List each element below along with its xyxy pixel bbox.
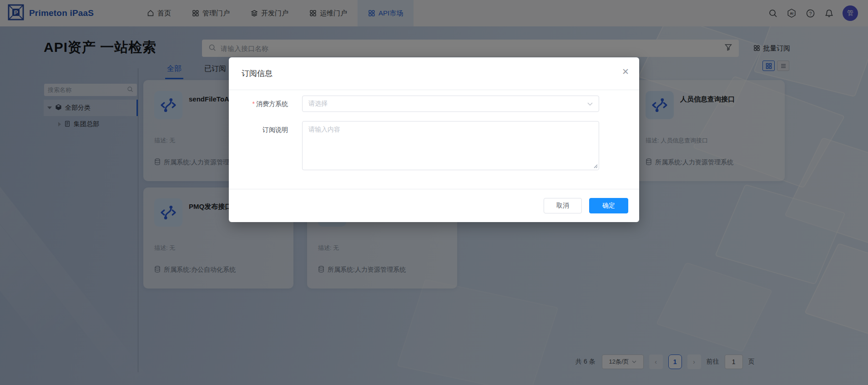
chevron-down-icon [587, 102, 593, 106]
required-asterisk: * [252, 100, 255, 107]
cancel-button[interactable]: 取消 [544, 198, 582, 213]
consumer-system-label: *消费方系统 [241, 96, 288, 112]
subscription-note-row: 订阅说明 [229, 121, 639, 172]
subscription-note-label: 订阅说明 [241, 121, 288, 172]
modal-header: 订阅信息 ✕ [229, 57, 639, 90]
api-market-page: P Primeton iPaaS 首页 管理门户 [0, 0, 868, 385]
confirm-button[interactable]: 确定 [589, 198, 628, 213]
subscription-note-textarea[interactable] [302, 121, 599, 170]
close-icon[interactable]: ✕ [622, 67, 629, 76]
modal-title: 订阅信息 [242, 68, 273, 79]
subscription-modal: 订阅信息 ✕ *消费方系统 请选择 订阅说明 [229, 57, 639, 222]
select-placeholder: 请选择 [308, 100, 328, 108]
modal-footer: 取消 确定 [229, 189, 639, 222]
consumer-system-select[interactable]: 请选择 [302, 96, 599, 112]
consumer-system-row: *消费方系统 请选择 [229, 96, 639, 112]
